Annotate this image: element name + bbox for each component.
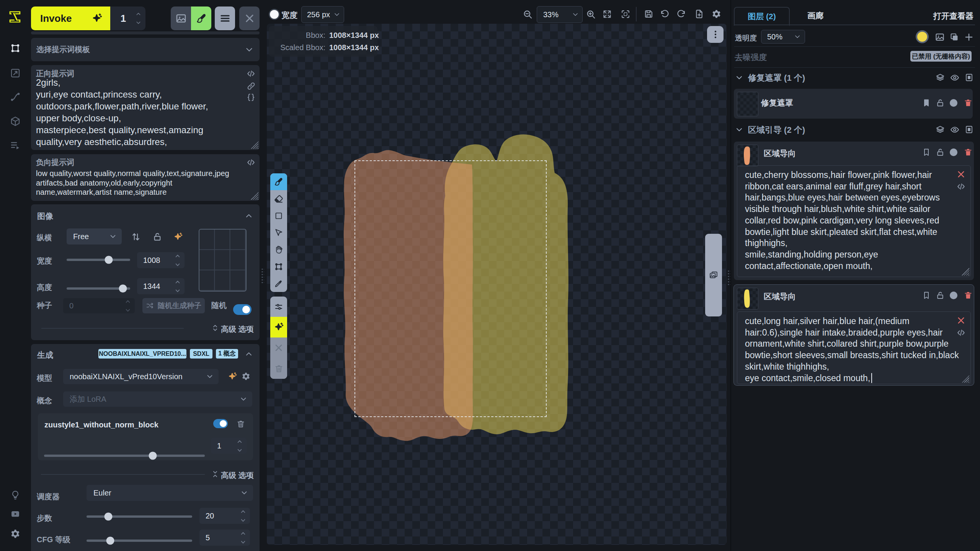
layer-image-icon[interactable]	[935, 32, 945, 42]
negative-prompt-resize-handle[interactable]	[251, 192, 258, 200]
aspect-ratio-select[interactable]: Free	[67, 228, 122, 245]
aspect-lock-icon[interactable]	[152, 232, 162, 242]
width-step-down-icon[interactable]	[175, 262, 181, 268]
random-seed-toggle[interactable]	[233, 304, 252, 315]
regional-crop-icon[interactable]	[964, 125, 974, 134]
video-tutorials-icon[interactable]	[10, 509, 20, 519]
image-advanced-label[interactable]: 高级 选项	[221, 324, 254, 334]
region1-bookmark-icon[interactable]	[922, 148, 931, 157]
inpaint-bookmark-icon[interactable]	[922, 98, 931, 108]
canvas-settings-gear-icon[interactable]	[711, 9, 722, 19]
tab-upscaling-icon[interactable]	[10, 67, 21, 79]
region1-card[interactable]: 区域导向 cute,cherry blossoms,hair flower,pi…	[734, 142, 974, 280]
cfg-step-up-icon[interactable]	[240, 530, 246, 536]
model-settings-gear-icon[interactable]	[241, 372, 251, 381]
image-advanced-expand-icon[interactable]	[211, 324, 219, 332]
region1-delete-icon[interactable]	[964, 148, 973, 157]
cfg-input[interactable]: 5	[199, 530, 250, 546]
inpaint-merge-layers-icon[interactable]	[935, 73, 945, 83]
fit-bbox-icon[interactable]	[621, 9, 630, 19]
height-step-up-icon[interactable]	[175, 279, 181, 285]
staging-cancel-button[interactable]	[270, 337, 287, 358]
lora-weight-knob[interactable]	[149, 452, 157, 460]
region2-lock-icon[interactable]	[936, 291, 945, 300]
canvas-viewport[interactable]: Bbox: 1008×1344 px Scaled Bbox: 1008×134…	[267, 24, 727, 545]
regional-group-header[interactable]: 区域引导 (2 个)	[731, 124, 980, 135]
inpaint-color-dot[interactable]	[950, 99, 957, 107]
tool-pan[interactable]	[270, 241, 287, 258]
gen-advanced-collapse-icon[interactable]	[211, 470, 219, 478]
tool-colorpicker[interactable]	[270, 275, 287, 292]
viewer-toggle-button[interactable]	[705, 234, 722, 316]
lora-delete-icon[interactable]	[236, 419, 245, 429]
generation-bbox[interactable]	[354, 160, 547, 417]
negative-prompt-text[interactable]: low quality,worst quality,normal quality…	[36, 169, 243, 197]
height-step-down-icon[interactable]	[175, 288, 181, 294]
inpaint-crop-icon[interactable]	[964, 73, 974, 82]
duplicate-layer-icon[interactable]	[949, 32, 959, 42]
seed-input[interactable]: 0	[63, 298, 135, 313]
inpaint-delete-icon[interactable]	[964, 98, 973, 108]
redo-icon[interactable]	[676, 9, 686, 19]
model-sparkle-icon[interactable]	[227, 372, 237, 381]
save-canvas-icon[interactable]	[644, 9, 654, 19]
height-slider-knob[interactable]	[119, 285, 127, 293]
region2-remove-prompt-icon[interactable]	[956, 316, 966, 325]
zoom-in-icon[interactable]	[586, 9, 596, 20]
model-select[interactable]: noobaiXLNAIXL_vPred10Version	[63, 369, 219, 384]
positive-prompt-box[interactable]: 正向提示词 2girls, yuri,eye contact,princess …	[31, 65, 260, 150]
gen-section-collapse-icon[interactable]	[244, 349, 253, 359]
region2-prompt-text[interactable]: cute,long hair,silver hair,blue hair,(me…	[745, 316, 965, 384]
optimize-size-sparkle-icon[interactable]	[173, 232, 183, 242]
open-viewer-button[interactable]: 打开查看器	[933, 11, 973, 21]
lora-step-down-icon[interactable]	[237, 447, 243, 453]
region2-delete-icon[interactable]	[964, 291, 973, 300]
steps-step-down-icon[interactable]	[240, 517, 246, 523]
opacity-select[interactable]: 50%	[761, 30, 805, 44]
new-layer-from-canvas-icon[interactable]	[694, 9, 704, 19]
layer-color-swatch[interactable]	[917, 32, 927, 42]
region2-code-icon[interactable]	[956, 328, 966, 337]
positive-prompt-text[interactable]: 2girls, yuri,eye contact,princess carry,…	[36, 77, 243, 148]
width-slider-knob[interactable]	[105, 256, 113, 264]
gallery-mode-button[interactable]	[171, 7, 191, 30]
swap-dimensions-icon[interactable]	[131, 232, 141, 242]
inpaint-layer-card[interactable]: 修复遮罩	[734, 89, 973, 119]
region1-prompt-text[interactable]: cute,cherry blossoms,hair flower,pink fl…	[745, 170, 959, 272]
steps-slider-knob[interactable]	[105, 513, 113, 521]
region2-card[interactable]: 区域导向 cute,long hair,silver hair,blue hai…	[734, 285, 974, 385]
region1-remove-prompt-icon[interactable]	[956, 170, 966, 179]
neg-prompt-code-icon[interactable]	[246, 158, 256, 167]
image-section-collapse-icon[interactable]	[244, 211, 253, 220]
lora-step-up-icon[interactable]	[237, 439, 243, 445]
tab-gallery[interactable]: 画廊	[788, 7, 843, 24]
canvas-menu-button[interactable]	[707, 26, 724, 43]
clear-queue-button[interactable]	[239, 7, 260, 30]
settings-gear-icon[interactable]	[10, 528, 21, 539]
count-step-down-icon[interactable]	[135, 20, 142, 26]
prompt-template-select[interactable]: 选择提示词模板	[31, 38, 260, 61]
region1-code-icon[interactable]	[956, 182, 966, 191]
brush-width-select[interactable]: 256 px	[301, 6, 344, 23]
steps-slider[interactable]	[87, 515, 192, 518]
regional-merge-layers-icon[interactable]	[935, 125, 945, 135]
region2-bookmark-icon[interactable]	[922, 291, 931, 300]
region1-prompt-box[interactable]: cute,cherry blossoms,hair flower,pink fl…	[737, 165, 971, 277]
inpaint-group-header[interactable]: 修复遮罩 (1 个)	[731, 72, 980, 83]
scheduler-select[interactable]: Euler	[87, 485, 253, 501]
inpaint-visibility-eye-icon[interactable]	[950, 73, 960, 83]
width-slider[interactable]	[67, 259, 130, 261]
add-layer-plus-icon[interactable]	[964, 32, 974, 42]
queue-count-input[interactable]: 1	[110, 7, 145, 30]
steps-input[interactable]: 20	[199, 508, 250, 524]
height-slider[interactable]	[67, 287, 130, 290]
random-seed-button[interactable]: 随机生成种子	[142, 298, 205, 313]
regional-visibility-eye-icon[interactable]	[950, 125, 960, 135]
cfg-step-down-icon[interactable]	[240, 539, 246, 545]
brush-color-swatch[interactable]	[270, 10, 279, 19]
prompt-braces-icon[interactable]	[246, 93, 256, 102]
lora-select[interactable]: 添加 LoRA	[63, 391, 252, 407]
inpaint-lock-icon[interactable]	[936, 98, 945, 108]
tool-move[interactable]	[270, 224, 287, 241]
height-input[interactable]: 1344	[137, 278, 185, 294]
